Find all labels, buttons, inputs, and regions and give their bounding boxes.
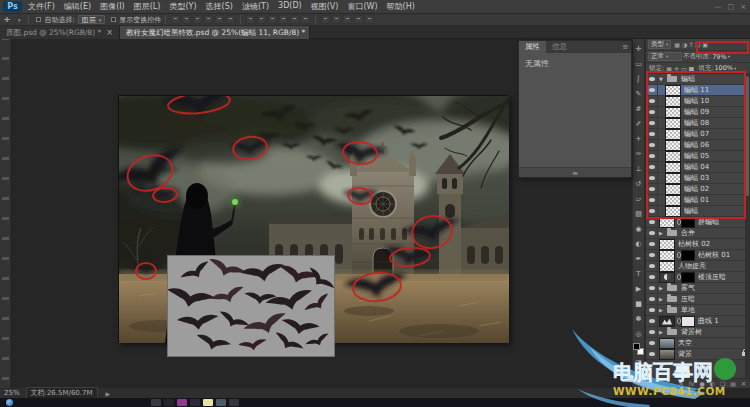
menu-item[interactable]: 文件(F) (28, 1, 55, 12)
visibility-toggle[interactable] (646, 129, 658, 139)
layer-row[interactable]: 人物提亮 (646, 261, 750, 272)
filter-kind-dropdown[interactable]: 类型▾ (648, 40, 671, 49)
visibility-toggle[interactable] (646, 206, 658, 216)
bat-reference-image[interactable] (167, 255, 335, 357)
align-center-button[interactable] (182, 15, 191, 24)
group-expand-icon[interactable] (659, 231, 665, 236)
layer-row[interactable]: 压暗 (646, 294, 750, 305)
menu-item[interactable]: 3D(D) (278, 1, 302, 12)
layer-thumbnail[interactable] (666, 119, 680, 128)
visibility-toggle[interactable] (646, 151, 658, 161)
history-brush-tool[interactable]: ↺ (632, 176, 645, 191)
layer-row[interactable]: 背景树 (646, 327, 750, 338)
visibility-toggle[interactable] (646, 85, 658, 95)
visibility-toggle[interactable] (646, 217, 658, 227)
layer-row[interactable]: 蝙蝠 06 (646, 140, 750, 151)
screen-mode-icon[interactable]: ▢ (632, 370, 645, 385)
menu-item[interactable]: 类型(Y) (169, 1, 196, 12)
layer-row[interactable]: 蝙蝠 (646, 206, 750, 217)
layer-thumbnail[interactable] (660, 262, 674, 271)
layer-mask-thumbnail[interactable] (682, 251, 694, 260)
layer-row[interactable]: 草地 (646, 305, 750, 316)
lock-all-icon[interactable]: ■ (689, 65, 695, 72)
start-button[interactable] (6, 399, 13, 406)
taskbar-app-3[interactable] (177, 399, 187, 406)
layer-row[interactable]: 蝙蝠 05 (646, 151, 750, 162)
new-layer-icon[interactable]: ▤ (730, 380, 736, 387)
adjustment-icon[interactable]: ◐ (710, 380, 715, 387)
layer-thumbnail[interactable] (660, 273, 674, 282)
layer-row[interactable]: 雾气 (646, 283, 750, 294)
color-swatches[interactable] (633, 343, 644, 355)
type-tool[interactable]: T (632, 266, 645, 281)
taskbar-app-4[interactable] (190, 399, 200, 406)
align-left-button[interactable] (171, 15, 180, 24)
new-group-icon[interactable]: ❏ (720, 380, 725, 387)
group-expand-icon[interactable] (659, 297, 665, 302)
taskbar-app-2[interactable] (164, 399, 174, 406)
layer-thumbnail[interactable] (666, 163, 680, 172)
brush-tool[interactable]: ✑ (632, 146, 645, 161)
visibility-toggle[interactable] (646, 195, 658, 205)
layer-mask-thumbnail[interactable] (682, 317, 694, 326)
layer-mask-thumbnail[interactable] (682, 273, 694, 282)
filter-type-icon[interactable]: T (689, 41, 693, 48)
restore-button[interactable]: □ (728, 2, 735, 12)
visibility-toggle[interactable] (646, 107, 658, 117)
tool-preset-arrow-icon[interactable]: ▾ (18, 17, 21, 23)
group-expand-icon[interactable] (659, 308, 665, 313)
layers-scrollbar[interactable] (745, 74, 750, 378)
align-right-button[interactable] (193, 15, 202, 24)
layer-thumbnail[interactable] (660, 317, 674, 326)
layer-thumbnail[interactable] (666, 97, 680, 106)
filter-pixel-icon[interactable]: ▦ (674, 41, 680, 48)
document-tab[interactable]: 原图.psd @ 25%(RGB/8) * × (0, 26, 120, 39)
layer-row[interactable]: 合并 (646, 228, 750, 239)
close-button[interactable]: × (740, 2, 746, 12)
visibility-toggle[interactable] (646, 316, 658, 326)
layer-thumbnail[interactable] (666, 108, 680, 117)
layer-row[interactable]: 蝙蝠 04 (646, 162, 750, 173)
visibility-toggle[interactable] (646, 305, 658, 315)
healing-brush-tool[interactable]: + (632, 131, 645, 146)
filter-adjustment-icon[interactable]: ◑ (682, 41, 687, 48)
close-icon[interactable]: × (106, 28, 113, 37)
layer-thumbnail[interactable] (660, 218, 674, 227)
link-layers-icon[interactable]: ∞ (679, 380, 684, 387)
layer-thumbnail[interactable] (660, 251, 674, 260)
opacity-value[interactable]: 79% (712, 53, 726, 61)
collapsed-toolbar-strip[interactable] (0, 39, 11, 388)
align-middle-button[interactable] (215, 15, 224, 24)
gradient-tool[interactable]: ▨ (632, 206, 645, 221)
layer-row[interactable]: 蝙蝠 08 (646, 118, 750, 129)
distribute-button-4[interactable] (279, 15, 288, 24)
layer-row[interactable]: 蝙蝠 07 (646, 129, 750, 140)
show-transform-checkbox[interactable] (111, 17, 116, 22)
visibility-toggle[interactable] (646, 140, 658, 150)
visibility-toggle[interactable] (646, 239, 658, 249)
taskbar-app-1[interactable] (151, 399, 161, 406)
taskbar-app-7[interactable] (229, 399, 239, 406)
visibility-toggle[interactable] (646, 173, 658, 183)
layer-thumbnail[interactable] (660, 240, 674, 249)
menu-item[interactable]: 图层(L) (134, 1, 161, 12)
marquee-tool[interactable]: ▭ (632, 56, 645, 71)
quick-selection-tool[interactable]: ✎ (632, 86, 645, 101)
add-mask-icon[interactable]: ● (699, 380, 704, 387)
auto-select-target-dropdown[interactable]: 图层 ▾ (78, 15, 106, 24)
visibility-toggle[interactable] (646, 184, 658, 194)
lock-position-icon[interactable]: ▭ (681, 65, 687, 72)
minimize-button[interactable]: — (715, 2, 722, 12)
layer-row[interactable]: 蝙蝠 02 (646, 184, 750, 195)
align-top-button[interactable] (204, 15, 213, 24)
taskbar-app-6[interactable] (216, 399, 226, 406)
layer-thumbnail[interactable] (666, 174, 680, 183)
visibility-toggle[interactable] (646, 272, 658, 282)
visibility-toggle[interactable] (646, 283, 658, 293)
layer-row[interactable]: 枯树枝 01 (646, 250, 750, 261)
status-arrow-icon[interactable]: ▶ (106, 390, 111, 397)
layer-row[interactable]: 楼顶压暗 (646, 272, 750, 283)
layer-thumbnail[interactable] (666, 196, 680, 205)
distribute-button-6[interactable] (301, 15, 310, 24)
opacity-arrow-icon[interactable]: ▾ (728, 54, 730, 59)
